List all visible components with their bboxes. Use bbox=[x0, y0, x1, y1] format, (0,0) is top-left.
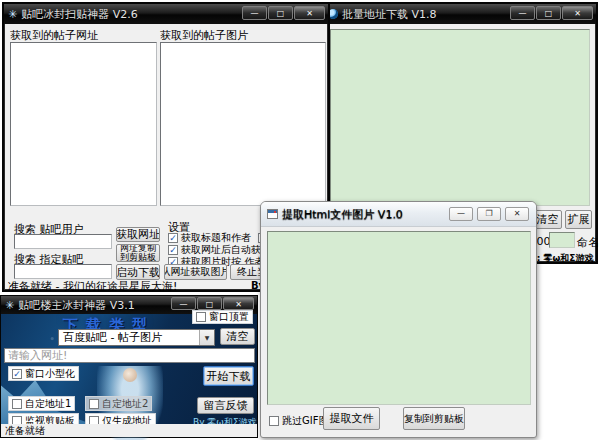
scanner-images-label: 获取到的帖子图片 bbox=[160, 28, 248, 43]
checkbox-unchecked[interactable] bbox=[12, 399, 22, 409]
frozen-clear-button[interactable]: 清空 bbox=[220, 328, 255, 345]
batch-url-textarea[interactable] bbox=[330, 29, 590, 206]
scanner-search-user-input[interactable] bbox=[14, 234, 112, 249]
extractor-skip-gif-checkbox[interactable]: 跳过GIF图 bbox=[269, 414, 328, 428]
scanner-statusbar: 准备就绪 - 我们的征途是星辰大海! bbox=[8, 279, 177, 294]
scanner-search-tieba-input[interactable] bbox=[14, 264, 112, 279]
minimize-icon[interactable]: — bbox=[171, 297, 196, 310]
frozen-custom-addr1-checkbox[interactable]: 自定地址1 bbox=[8, 396, 75, 411]
scanner-window-title: 贴吧冰封扫贴神器 V2.6 bbox=[21, 7, 138, 22]
checkbox-checked[interactable]: ✓ bbox=[168, 233, 178, 243]
restore-icon[interactable]: ❐ bbox=[477, 207, 501, 221]
scanner-image-listbox[interactable] bbox=[160, 42, 326, 206]
extractor-copy-button[interactable]: 复制到剪贴板 bbox=[403, 407, 465, 430]
frozen-statusbar: 准备就绪 bbox=[1, 424, 257, 437]
extractor-result-textarea[interactable] bbox=[267, 231, 531, 405]
scanner-copy-urls-button[interactable]: 网址复制到剪贴板 bbox=[116, 244, 160, 262]
batch-clear-button[interactable]: 清空 bbox=[533, 210, 562, 229]
window-frozen-downloader: ✳ 贴吧楼主冰封神器 V3.1 — □ ✕ 下载类型 窗口顶置 百度贴吧 - 帖… bbox=[0, 295, 258, 438]
checkbox-unchecked[interactable] bbox=[89, 399, 99, 409]
maximize-icon[interactable]: □ bbox=[536, 6, 561, 20]
frozen-minimize-checkbox[interactable]: ✓ 窗口小型化 bbox=[8, 366, 79, 381]
extractor-window-title: 提取Html文件图片 V1.0 bbox=[282, 207, 403, 222]
scanner-urls-label: 获取到的帖子网址 bbox=[10, 28, 98, 43]
close-icon[interactable]: ✕ bbox=[223, 297, 254, 310]
maximize-icon[interactable]: □ bbox=[268, 6, 293, 20]
minimize-icon[interactable]: — bbox=[449, 207, 473, 221]
frozen-window-title: 贴吧楼主冰封神器 V3.1 bbox=[18, 298, 135, 313]
scanner-images-from-urls-button[interactable]: 从网址获取图片 bbox=[164, 264, 227, 280]
scanner-url-listbox[interactable] bbox=[10, 42, 157, 206]
extractor-app-icon bbox=[267, 209, 278, 219]
batch-naming-suffix: 命名 bbox=[577, 235, 599, 250]
checkbox-unchecked[interactable] bbox=[269, 416, 279, 426]
close-icon[interactable]: ✕ bbox=[562, 6, 593, 20]
batch-naming-input[interactable] bbox=[549, 232, 575, 248]
close-icon[interactable]: ✕ bbox=[294, 6, 325, 20]
frozen-type-dropdown[interactable]: 百度贴吧 - 帖子图片 ▼ bbox=[58, 329, 215, 346]
frozen-feedback-button[interactable]: 留言反馈 bbox=[197, 397, 254, 414]
checkbox-checked[interactable]: ✓ bbox=[168, 245, 178, 255]
frozen-topmost-checkbox[interactable]: 窗口顶置 bbox=[192, 310, 253, 324]
desktop: 批量地址下载 V1.8 — □ ✕ 清空 扩展 .0000. 命名 By: 零ω… bbox=[0, 0, 600, 440]
maximize-icon[interactable]: □ bbox=[197, 297, 222, 310]
scanner-get-urls-button[interactable]: 获取网址 bbox=[116, 227, 160, 242]
batch-expand-button[interactable]: 扩展 bbox=[565, 210, 592, 229]
frozen-custom-addr2-checkbox[interactable]: 自定地址2 bbox=[85, 396, 152, 411]
scanner-start-download-button[interactable]: 启动下载 bbox=[116, 264, 160, 280]
extractor-extract-button[interactable]: 提取文件 bbox=[323, 407, 380, 430]
snowflake-icon: ✳ bbox=[5, 299, 14, 312]
checkbox-checked[interactable]: ✓ bbox=[12, 369, 22, 379]
chevron-down-icon: ▼ bbox=[199, 330, 214, 345]
frozen-url-input[interactable] bbox=[4, 348, 255, 363]
frozen-start-download-button[interactable]: 开始下载 bbox=[203, 366, 254, 386]
minimize-icon[interactable]: — bbox=[242, 6, 267, 20]
window-html-extractor: 提取Html文件图片 V1.0 — ❐ ✕ 跳过GIF图 提取文件 复制到剪贴板 bbox=[260, 201, 537, 438]
snowflake-icon: ✳ bbox=[8, 8, 17, 21]
close-icon[interactable]: ✕ bbox=[505, 207, 529, 221]
minimize-icon[interactable]: — bbox=[510, 6, 535, 20]
checkbox-unchecked[interactable] bbox=[196, 312, 206, 322]
batch-window-title: 批量地址下载 V1.8 bbox=[342, 7, 437, 22]
